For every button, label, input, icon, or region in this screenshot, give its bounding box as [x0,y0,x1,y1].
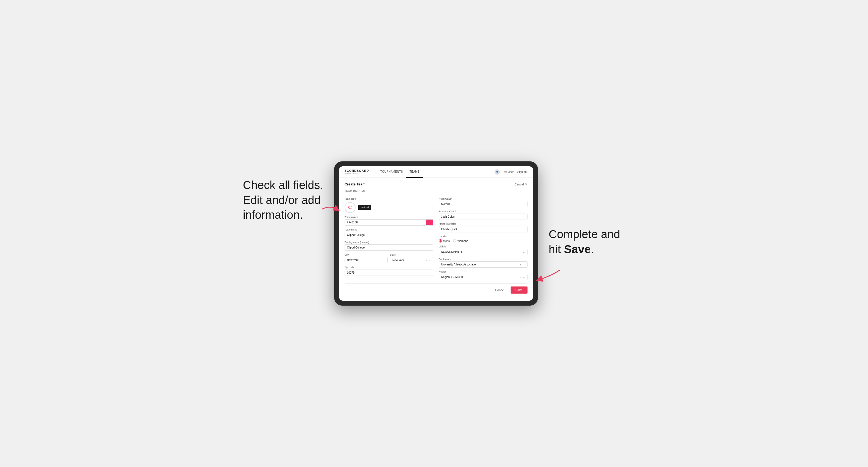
save-button[interactable]: Save [510,286,528,293]
annotation-line1: Check all fields. [243,179,323,191]
gender-mens-option[interactable]: Mens [439,239,450,243]
division-label: Division [439,245,528,248]
zip-input[interactable] [345,270,433,276]
left-column: Team logo C Upload Team colour [345,197,433,280]
nav-user-area: 👤 Test User | Sign out [494,169,527,175]
conference-value: University Athletic Association [441,263,477,266]
team-name-input[interactable] [345,232,433,238]
brand-subtitle: Powered by clippd [345,173,369,175]
gender-womens-option[interactable]: Womens [453,239,468,243]
state-select-controls: ✕ ⌄ [425,259,431,261]
division-select[interactable]: NCAA Division III ⌄ [439,249,528,255]
gender-group: Gender Mens Womens [439,235,528,243]
annotation-right-line2: hit [549,243,564,256]
conference-clear-icon[interactable]: ✕ [520,263,522,266]
annotation-line3: information. [243,208,303,221]
upload-button[interactable]: Upload [358,205,372,210]
city-state-group: City State New York ✕ ⌄ [345,253,433,263]
brand-title: SCOREBOARD [345,169,369,172]
head-coach-group: Head Coach [439,197,528,207]
display-name-group: Display name (unique) [345,241,433,251]
head-coach-label: Head Coach [439,197,528,200]
city-state-row: City State New York ✕ ⌄ [345,253,433,263]
region-group: Region Region II - (M) DIII ✕ ⌄ [439,270,528,280]
athletic-director-label: Athletic Director [439,223,528,225]
page-title: Create Team [345,182,366,186]
nav-tournaments[interactable]: TOURNAMENTS [377,166,406,178]
section-header: TEAM DETAILS [345,190,528,194]
conference-label: Conference [439,258,528,260]
conference-chevron-icon: ⌄ [523,263,525,266]
state-chevron-icon: ⌄ [429,259,431,261]
conference-controls: ✕ ⌄ [520,263,525,266]
nav-links: TOURNAMENTS TEAMS [377,166,494,178]
conference-select[interactable]: University Athletic Association ✕ ⌄ [439,261,528,268]
sign-out-link[interactable]: Sign out [518,170,528,174]
page-header: Create Team Cancel ✕ [345,182,528,186]
region-value: Region II - (M) DIII [441,276,464,279]
close-icon: ✕ [525,182,528,186]
state-label: State [390,253,433,256]
gender-label: Gender [439,235,528,238]
city-input[interactable] [345,257,388,263]
team-name-group: Team name [345,228,433,238]
team-colour-group: Team colour [345,216,433,225]
display-name-input[interactable] [345,244,433,251]
state-clear-icon[interactable]: ✕ [425,259,428,261]
annotation-line2: Edit and/or add [243,194,321,207]
assistant-coach-label: Assistant Coach [439,210,528,213]
athletic-director-input[interactable] [439,226,528,232]
gender-womens-label: Womens [457,240,468,243]
form-footer: Cancel Save [345,283,528,296]
tablet-screen: SCOREBOARD Powered by clippd TOURNAMENTS… [339,166,533,301]
gender-mens-label: Mens [443,240,450,243]
gender-radio-group: Mens Womens [439,239,528,243]
team-name-label: Team name [345,228,433,231]
right-annotation: Complete and hit Save. [549,161,625,257]
division-group: Division NCAA Division III ⌄ [439,245,528,255]
athletic-director-group: Athletic Director [439,223,528,232]
annotation-save-bold: Save [564,243,591,256]
color-swatch[interactable] [426,219,433,225]
display-name-label: Display name (unique) [345,241,433,244]
city-label: City [345,253,388,256]
zip-group: Zip code [345,266,433,276]
team-logo-group: Team logo C Upload [345,197,433,213]
user-label: Test User | [502,170,515,174]
left-annotation: Check all fields. Edit and/or add inform… [243,161,323,223]
color-text-input[interactable] [345,219,426,225]
cancel-button[interactable]: Cancel [492,287,508,293]
region-clear-icon[interactable]: ✕ [520,276,522,279]
nav-teams[interactable]: TEAMS [406,166,423,178]
assistant-coach-input[interactable] [439,214,528,220]
gender-womens-radio[interactable] [453,239,456,243]
annotation-right-line1: Complete and [549,228,620,241]
region-label: Region [439,270,528,273]
right-column: Head Coach Assistant Coach Athletic Dire… [439,197,528,280]
cancel-top-label: Cancel [515,183,524,186]
annotation-right-end: . [591,243,594,256]
cancel-top-button[interactable]: Cancel ✕ [515,182,527,186]
user-avatar: 👤 [494,169,500,175]
gender-mens-radio[interactable] [439,239,442,243]
form-grid: Team logo C Upload Team colour [345,197,528,280]
division-value: NCAA Division III [441,250,462,253]
color-input-row [345,219,433,225]
team-colour-label: Team colour [345,216,433,218]
region-select[interactable]: Region II - (M) DIII ✕ ⌄ [439,274,528,280]
assistant-coach-group: Assistant Coach [439,210,528,220]
team-logo-label: Team logo [345,197,433,200]
zip-label: Zip code [345,266,433,269]
region-controls: ✕ ⌄ [520,276,525,279]
state-group: State New York ✕ ⌄ [390,253,433,263]
navbar: SCOREBOARD Powered by clippd TOURNAMENTS… [339,166,533,178]
region-chevron-icon: ⌄ [523,276,525,279]
team-logo-circle: C [345,202,355,213]
state-value: New York [392,259,404,261]
main-content: Create Team Cancel ✕ TEAM DETAILS Team l… [339,178,533,301]
division-chevron-icon: ⌄ [523,251,525,253]
city-group: City [345,253,388,263]
brand-logo: SCOREBOARD Powered by clippd [345,169,369,175]
head-coach-input[interactable] [439,201,528,207]
state-select[interactable]: New York ✕ ⌄ [390,257,433,263]
